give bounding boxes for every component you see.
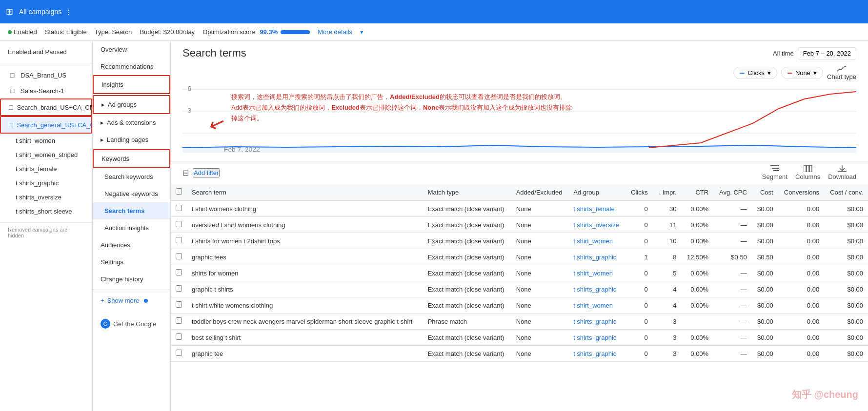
nav-overview[interactable]: Overview <box>93 41 170 58</box>
nav-separator <box>93 290 170 290</box>
cell-adgroup[interactable]: t shirts_graphic <box>568 346 626 362</box>
nav-ads-extensions[interactable]: ▸ Ads & extensions <box>93 114 170 131</box>
cell-searchterm: t shirt white womens clothing <box>187 297 423 313</box>
columns-btn[interactable]: Columns <box>795 165 820 180</box>
filter-bar: ⊟ Add filter Segment Columns Download <box>171 161 868 184</box>
more-details-chevron[interactable]: ▾ <box>360 28 363 36</box>
th-avg-cpc[interactable]: Avg. CPC <box>713 184 752 200</box>
more-details-btn[interactable]: More details <box>318 28 352 36</box>
th-ad-group[interactable]: Ad group <box>568 184 626 200</box>
cell-costconv: $0.00 <box>824 233 868 249</box>
row-checkbox-0[interactable] <box>176 205 182 211</box>
cell-costconv: $0.00 <box>824 200 868 217</box>
cell-searchterm: best selling t shirt <box>187 330 423 346</box>
cell-adgroup[interactable]: t shirts_graphic <box>568 313 626 330</box>
nav-landing-pages[interactable]: ▸ Landing pages <box>93 131 170 148</box>
cell-impr: 3 <box>653 313 682 330</box>
th-clicks[interactable]: Clicks <box>626 184 653 200</box>
row-checkbox-2[interactable] <box>176 237 182 243</box>
download-btn[interactable]: Download <box>828 165 856 180</box>
svg-text:3: 3 <box>188 107 192 114</box>
th-cost-conv[interactable]: Cost / conv. <box>824 184 868 200</box>
cell-added: None <box>511 313 568 330</box>
clicks-chart-btn[interactable]: Clicks ▾ <box>733 67 777 79</box>
row-checkbox-7[interactable] <box>176 317 182 324</box>
status-bar: Enabled Status: Eligible Type: Search Bu… <box>0 23 868 41</box>
cell-conversions: 0.00 <box>778 330 824 346</box>
add-filter-btn[interactable]: Add filter <box>193 168 220 177</box>
date-range-btn[interactable]: Feb 7 – 20, 2022 <box>798 47 856 59</box>
row-checkbox-6[interactable] <box>176 301 182 308</box>
sidebar-campaigns: □ DSA_Brand_US □ Sales-Search-1 □ Search… <box>0 63 92 223</box>
removed-campaigns-label: Removed campaigns are hidden <box>0 223 92 242</box>
th-search-term[interactable]: Search term <box>187 184 423 200</box>
row-check <box>171 330 187 346</box>
nav-keywords[interactable]: Keywords <box>93 149 170 168</box>
row-checkbox-1[interactable] <box>176 221 182 227</box>
sidebar: Enabled and Paused □ DSA_Brand_US □ Sale… <box>0 41 93 411</box>
sidebar-item-tshirts-shortsleeve[interactable]: t shirts_short sleeve <box>0 204 92 218</box>
get-google-ads-item[interactable]: G Get the Google <box>93 309 170 333</box>
sidebar-item-tshirts-female[interactable]: t shirts_female <box>0 162 92 176</box>
sidebar-item-search-brand[interactable]: □ Search_brand_US+CA_CPC <box>0 98 92 116</box>
nav-search-terms[interactable]: Search terms <box>93 202 170 219</box>
row-check <box>171 281 187 297</box>
sidebar-item-tshirts-graphic[interactable]: t shirts_graphic <box>0 176 92 190</box>
sidebar-item-dsa[interactable]: □ DSA_Brand_US <box>0 67 92 83</box>
date-range: All time Feb 7 – 20, 2022 <box>773 47 856 59</box>
cell-adgroup[interactable]: t shirt_women <box>568 297 626 313</box>
row-checkbox-3[interactable] <box>176 253 182 259</box>
table-row: graphic tee Exact match (close variant) … <box>171 346 868 362</box>
nav-change-history[interactable]: Change history <box>93 271 170 288</box>
more-btn[interactable]: ⋮ <box>65 8 72 16</box>
cell-cost: $0.00 <box>752 281 778 297</box>
chart-type-btn[interactable]: Chart type <box>827 65 856 80</box>
cell-searchterm: t shirts for women t 2dshirt tops <box>187 233 423 249</box>
row-checkbox-8[interactable] <box>176 333 182 340</box>
nav-negative-keywords[interactable]: Negative keywords <box>93 185 170 202</box>
cell-added: None <box>511 281 568 297</box>
nav-auction-insights[interactable]: Auction insights <box>93 219 170 236</box>
nav-insights[interactable]: Insights <box>93 75 170 94</box>
row-checkbox-4[interactable] <box>176 269 182 275</box>
cell-adgroup[interactable]: t shirts_graphic <box>568 330 626 346</box>
select-all-checkbox[interactable] <box>176 188 182 195</box>
th-conversions[interactable]: Conversions <box>778 184 824 200</box>
nav-search-keywords[interactable]: Search keywords <box>93 168 170 185</box>
sidebar-item-tshirts-oversize[interactable]: t shirts_oversize <box>0 190 92 204</box>
cell-conversions: 0.00 <box>778 233 824 249</box>
nav-settings[interactable]: Settings <box>93 254 170 271</box>
th-added-excluded[interactable]: Added/Excluded <box>511 184 568 200</box>
segment-btn[interactable]: Segment <box>762 165 787 180</box>
cell-avgcpc: — <box>713 281 752 297</box>
th-cost[interactable]: Cost <box>752 184 778 200</box>
cell-matchtype: Exact match (close variant) <box>423 200 511 217</box>
cell-adgroup[interactable]: t shirts_graphic <box>568 249 626 265</box>
cell-conversions: 0.00 <box>778 297 824 313</box>
nav-recommendations[interactable]: Recommendations <box>93 58 170 75</box>
nav-show-more[interactable]: + Show more <box>93 292 170 309</box>
cell-adgroup[interactable]: t shirt_women <box>568 233 626 249</box>
sidebar-item-sales[interactable]: □ Sales-Search-1 <box>0 83 92 98</box>
row-checkbox-5[interactable] <box>176 285 182 292</box>
cell-adgroup[interactable]: t shirt_women <box>568 265 626 281</box>
row-checkbox-9[interactable] <box>176 350 182 356</box>
th-impr[interactable]: ↓Impr. <box>653 184 682 200</box>
sidebar-item-tshirt-women[interactable]: t shirt_women <box>0 134 92 148</box>
table-row: graphic t shirts Exact match (close vari… <box>171 281 868 297</box>
cell-adgroup[interactable]: t shirts_graphic <box>568 281 626 297</box>
cell-impr: 3 <box>653 346 682 362</box>
cell-adgroup[interactable]: t shirts_female <box>568 200 626 217</box>
campaign-icon: □ <box>8 71 17 79</box>
none-chart-btn[interactable]: None ▾ <box>781 67 823 79</box>
cell-adgroup[interactable]: t shirts_oversize <box>568 217 626 233</box>
cell-added: None <box>511 346 568 362</box>
th-match-type[interactable]: Match type <box>423 184 511 200</box>
nav-adgroups[interactable]: ▸ Ad groups <box>93 95 170 114</box>
th-ctr[interactable]: CTR <box>682 184 714 200</box>
content-area: Search terms All time Feb 7 – 20, 2022 C… <box>171 41 868 411</box>
sidebar-item-search-general[interactable]: □ Search_general_US+CA_CPC <box>0 116 92 134</box>
sidebar-item-tshirt-women-striped[interactable]: t shirt_women_striped <box>0 148 92 162</box>
grid-icon[interactable]: ⊞ <box>6 6 13 17</box>
nav-audiences[interactable]: Audiences <box>93 236 170 254</box>
